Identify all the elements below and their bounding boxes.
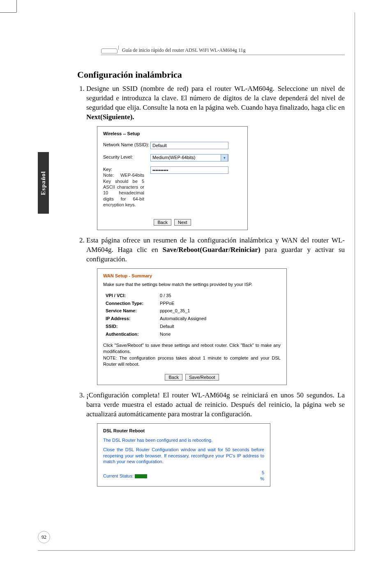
status-label: Current Status:	[103, 473, 134, 478]
wan-note-2: NOTE: The configuration process takes ab…	[103, 355, 281, 367]
security-select[interactable]: Medium(WEP-64bits) ▾	[150, 154, 228, 162]
wan-summary-title: WAN Setup - Summary	[103, 273, 281, 279]
security-row: Security Level: Medium(WEP-64bits) ▾	[103, 154, 242, 162]
table-row: VPI / VCI:0 / 35	[103, 292, 209, 300]
page-number: 92	[38, 531, 50, 543]
reboot-line2: Close the DSL Router Configuration windo…	[103, 447, 264, 465]
table-row: IP Address:Automatically Assigned	[103, 315, 209, 323]
table-row: Service Name:pppoe_0_35_1	[103, 307, 209, 315]
ssid-label: Network Name (SSID):	[103, 142, 150, 148]
running-header: Guía de inicio rápido del router ADSL Wi…	[101, 47, 345, 55]
key-note: Note: WEP-64bits Key should be 5 ASCII c…	[103, 172, 144, 208]
next-button[interactable]: Next	[174, 219, 191, 226]
reboot-line1: The DSL Router has been configured and i…	[103, 437, 264, 443]
wireless-setup-panel: Wireless -- Setup Network Name (SSID): S…	[97, 126, 248, 230]
ssid-input[interactable]	[150, 142, 228, 149]
language-tab: Español	[38, 152, 49, 214]
back-button[interactable]: Back	[165, 374, 182, 381]
ssid-row: Network Name (SSID):	[103, 142, 242, 149]
wan-summary-instruct: Make sure that the settings below match …	[103, 282, 281, 288]
router-icon	[101, 48, 118, 53]
wan-buttons: Back Save/Reboot	[97, 371, 286, 385]
table-row: SSID:Default	[103, 323, 209, 330]
key-input[interactable]	[150, 166, 228, 174]
table-row: Authentication:None	[103, 330, 209, 338]
table-row: Connection Type:PPPoE	[103, 300, 209, 307]
wan-note-1: Click "Save/Reboot" to save these settin…	[103, 342, 281, 355]
progress-percent: 5 %	[260, 470, 264, 482]
steps-list: Designe un SSID (nombre de red) para el …	[77, 84, 345, 487]
back-button[interactable]: Back	[154, 219, 171, 226]
save-reboot-button[interactable]: Save/Reboot	[185, 374, 219, 381]
key-label: Key:	[103, 166, 150, 173]
chevron-down-icon[interactable]: ▾	[221, 154, 228, 162]
progress-bar	[135, 474, 147, 478]
step-2: Esta página ofrece un resumen de la conf…	[86, 236, 345, 385]
language-tab-label: Español	[40, 171, 47, 195]
progress-row: Current Status: 5 %	[103, 470, 264, 482]
step-1: Designe un SSID (nombre de red) para el …	[86, 84, 345, 230]
wan-summary-table: VPI / VCI:0 / 35 Connection Type:PPPoE S…	[103, 292, 209, 338]
step-3: ¡Configuración completa! El router WL-AM…	[86, 391, 345, 487]
page-content: Guía de inicio rápido del router ADSL Wi…	[77, 47, 345, 524]
key-row: Key: Note: WEP-64bits Key should be 5 AS…	[103, 166, 242, 208]
section-title: Configuración inalámbrica	[77, 69, 345, 80]
wan-summary-panel: WAN Setup - Summary Make sure that the s…	[97, 268, 287, 385]
security-label: Security Level:	[103, 154, 150, 160]
reboot-title: DSL Router Reboot	[103, 428, 264, 434]
reboot-panel: DSL Router Reboot The DSL Router has bee…	[97, 423, 270, 487]
wireless-buttons: Back Next	[97, 217, 247, 230]
wireless-setup-title: Wireless -- Setup	[103, 131, 242, 137]
